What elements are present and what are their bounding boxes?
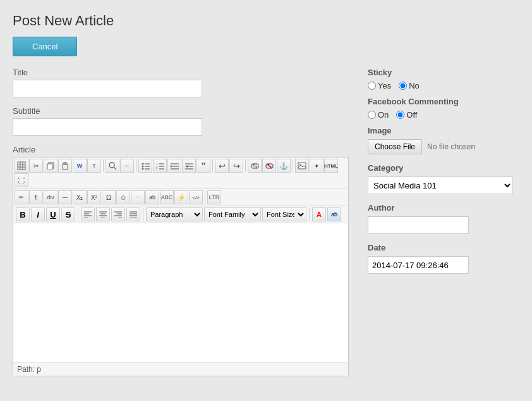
tb-replace[interactable]: ↔: [120, 159, 134, 173]
tb-spellcheck2[interactable]: ABC: [160, 190, 174, 204]
tb-ltr[interactable]: LTR: [207, 190, 221, 204]
tb-omega[interactable]: Ω: [102, 190, 116, 204]
tb-link[interactable]: [248, 159, 262, 173]
tb-smiley[interactable]: ☺: [116, 190, 130, 204]
title-label: Title: [13, 68, 349, 77]
sticky-no-label[interactable]: No: [399, 81, 420, 90]
facebook-label: Facebook Commenting: [368, 97, 459, 106]
svg-marker-26: [171, 165, 173, 168]
author-label: Author: [368, 203, 519, 213]
tb-blockquote[interactable]: ": [196, 159, 210, 173]
align-justify-button[interactable]: [126, 207, 140, 221]
tb-table[interactable]: [15, 159, 28, 173]
sep3: [212, 159, 213, 172]
date-section: Date: [368, 243, 519, 274]
author-section: Author: [368, 203, 519, 234]
author-input[interactable]: [368, 216, 469, 234]
image-row: Choose File No file chosen: [368, 139, 519, 154]
tb-image[interactable]: [295, 159, 309, 173]
tb-find[interactable]: [106, 159, 119, 173]
tb-outdent[interactable]: [167, 159, 181, 173]
strikethrough-button[interactable]: S: [61, 207, 75, 221]
category-section: Category Social Media 101: [368, 163, 519, 194]
tb-html[interactable]: HTML: [324, 159, 338, 173]
tb-block[interactable]: ¶: [29, 190, 43, 204]
italic-button[interactable]: I: [31, 207, 45, 221]
title-input[interactable]: [13, 80, 202, 97]
green-arrow-icon: [519, 94, 532, 114]
subtitle-input[interactable]: [13, 118, 202, 136]
facebook-on-label[interactable]: On: [368, 110, 389, 120]
tb-anchor[interactable]: ⚓: [277, 159, 291, 173]
tb-rule[interactable]: ─: [58, 190, 72, 204]
sep5: [293, 159, 293, 172]
tb-pagebreak[interactable]: ⋯: [131, 190, 145, 204]
sep2: [136, 159, 136, 172]
tb-paste-word[interactable]: W: [73, 159, 87, 173]
facebook-section: Facebook Commenting On: [368, 97, 519, 120]
tb-paste-text[interactable]: T: [87, 159, 101, 173]
sep4: [245, 159, 246, 172]
facebook-on-radio[interactable]: [368, 111, 376, 119]
tb-copy[interactable]: [44, 159, 57, 173]
svg-point-12: [142, 165, 143, 167]
svg-text:3.: 3.: [156, 168, 158, 170]
sticky-label: Sticky: [368, 68, 519, 77]
left-column: Title Subtitle Article ✂ W T: [13, 68, 349, 376]
sep9: [309, 208, 310, 221]
font-size-select[interactable]: Font Size: [262, 207, 306, 221]
sticky-yes-radio[interactable]: [368, 82, 376, 90]
sticky-yes-label[interactable]: Yes: [368, 81, 391, 90]
tb-bullet-list[interactable]: [138, 159, 152, 173]
facebook-off-label[interactable]: Off: [396, 110, 417, 120]
align-center-button[interactable]: [96, 207, 110, 221]
align-left-button[interactable]: [81, 207, 95, 221]
path-label: Path:: [17, 365, 37, 374]
sticky-no-text: No: [409, 81, 420, 90]
tb-cleanup[interactable]: ✦: [310, 159, 323, 173]
date-label: Date: [368, 243, 519, 252]
toolbar-row-1: ✂ W T ↔ 1.2.3.: [13, 157, 348, 189]
svg-rect-6: [47, 164, 52, 170]
tb-indent[interactable]: [182, 159, 196, 173]
underline-button[interactable]: U: [46, 207, 60, 221]
facebook-off-text: Off: [406, 110, 417, 120]
image-label: Image: [368, 126, 519, 135]
font-color-button[interactable]: A: [312, 207, 326, 221]
bold-button[interactable]: B: [16, 207, 30, 221]
cancel-button[interactable]: Cancel: [13, 37, 77, 56]
highlight-button[interactable]: ab: [327, 207, 341, 221]
tb-flash[interactable]: ⚡: [174, 190, 188, 204]
editor-body[interactable]: [13, 223, 348, 362]
date-input[interactable]: [368, 256, 469, 274]
tb-subscript[interactable]: X₂: [73, 190, 87, 204]
svg-point-11: [142, 163, 143, 164]
font-family-select[interactable]: Font Family: [204, 207, 261, 221]
tb-cut[interactable]: ✂: [29, 159, 43, 173]
tb-undo[interactable]: ↩: [215, 159, 229, 173]
tb-superscript[interactable]: X²: [87, 190, 101, 204]
image-section: Image Choose File No file chosen: [368, 126, 519, 154]
choose-file-button[interactable]: Choose File: [368, 139, 422, 154]
paragraph-format-select[interactable]: Paragraph: [146, 207, 203, 221]
sticky-no-radio[interactable]: [399, 82, 407, 90]
tb-unlink[interactable]: [262, 159, 276, 173]
tb-abbr[interactable]: ab: [145, 190, 159, 204]
sep6: [205, 191, 205, 204]
tb-iframe[interactable]: </>: [189, 190, 203, 204]
facebook-off-radio[interactable]: [396, 111, 404, 119]
category-select[interactable]: Social Media 101: [368, 176, 513, 194]
tb-num-list[interactable]: 1.2.3.: [153, 159, 167, 173]
tb-redo[interactable]: ↪: [229, 159, 243, 173]
tb-div[interactable]: div: [44, 190, 57, 204]
sticky-yes-text: Yes: [378, 81, 391, 90]
tb-fullscreen[interactable]: ⛶: [15, 173, 28, 187]
tb-edit-css[interactable]: ✏: [15, 190, 28, 204]
svg-rect-33: [298, 163, 306, 169]
right-column: Sticky Yes No Facebook Commenting: [368, 68, 519, 283]
svg-point-9: [109, 163, 114, 168]
tb-paste[interactable]: [58, 159, 72, 173]
category-label: Category: [368, 163, 519, 173]
svg-rect-8: [64, 163, 66, 164]
align-right-button[interactable]: [111, 207, 125, 221]
